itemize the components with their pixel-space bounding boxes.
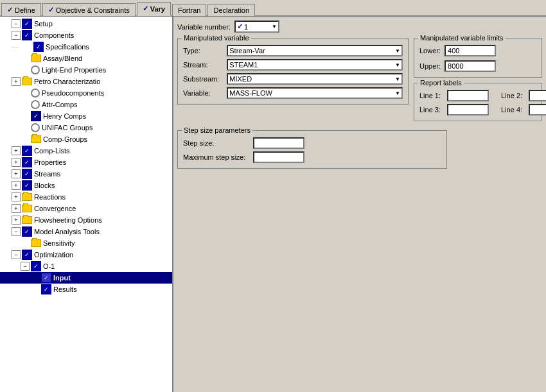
tree-item-optimization[interactable]: − ✓ Optimization — [0, 249, 172, 260]
limits-title: Manipulated variable limits — [418, 34, 506, 42]
tree-item-results[interactable]: ✓ Results — [0, 284, 172, 295]
icon-modelanalysis: ✓ — [22, 226, 32, 237]
tree-item-o1[interactable]: − ✓ O-1 — [0, 260, 172, 272]
tab-vary[interactable]: ✓ Vary — [137, 2, 171, 16]
icon-assay — [31, 55, 41, 62]
step-title: Step size parameters — [182, 126, 252, 134]
icon-results: ✓ — [41, 284, 51, 294]
tree-item-compgroups[interactable]: Comp-Groups — [0, 133, 172, 145]
tree-item-streams[interactable]: + ✓ Streams — [0, 168, 172, 180]
step-input[interactable] — [253, 137, 304, 149]
tab-fortran[interactable]: Fortran — [172, 4, 206, 16]
label-components: Components — [34, 31, 74, 39]
upper-input[interactable] — [445, 60, 496, 72]
tab-fortran-label: Fortran — [178, 6, 200, 14]
icon-properties: ✓ — [22, 157, 32, 167]
expand-reactions[interactable]: + — [12, 192, 21, 201]
tree-item-input[interactable]: ✓ Input — [0, 272, 172, 284]
mv-grid: Type: Stream-Var ▼ Stream: STEAM1 ▼ Subs… — [183, 45, 403, 99]
icon-complists: ✓ — [22, 146, 32, 156]
expand-streams[interactable]: + — [12, 169, 21, 178]
expand-properties[interactable]: + — [12, 158, 21, 167]
type-arrow: ▼ — [395, 48, 400, 54]
line1-input[interactable] — [447, 90, 489, 101]
label-attrcomps: Attr-Comps — [42, 101, 78, 108]
stream-dropdown[interactable]: STEAM1 ▼ — [227, 59, 403, 71]
tree-item-unifac[interactable]: UNIFAC Groups — [0, 122, 172, 133]
icon-convergence — [22, 205, 32, 212]
tree-item-sensitivity[interactable]: Sensitivity — [0, 237, 172, 249]
lower-label: Lower: — [419, 47, 441, 55]
main-content: − ✓ Setup − ✓ Components ···· ✓ Specific… — [0, 17, 546, 392]
type-dropdown[interactable]: Stream-Var ▼ — [227, 45, 403, 56]
label-unifac: UNIFAC Groups — [42, 124, 92, 132]
substream-dropdown[interactable]: MIXED ▼ — [227, 73, 403, 85]
expand-blocks[interactable]: + — [12, 181, 21, 190]
tree-item-complists[interactable]: + ✓ Comp-Lists — [0, 145, 172, 157]
label-convergence: Convergence — [34, 205, 76, 212]
line4-label: Line 4: — [501, 106, 522, 114]
line2-input[interactable] — [529, 90, 546, 101]
var-num-dropdown[interactable]: ✓ 1 ▼ — [234, 21, 279, 33]
tab-declaration-label: Declaration — [213, 6, 249, 14]
tree-item-convergence[interactable]: + Convergence — [0, 203, 172, 214]
tree-item-henry[interactable]: ✓ Henry Comps — [0, 110, 172, 122]
label-lightend: Light-End Properties — [42, 66, 106, 74]
tree-item-setup[interactable]: − ✓ Setup — [0, 18, 172, 30]
tree-item-assay[interactable]: Assay/Blend — [0, 53, 172, 64]
tree-item-specifications[interactable]: ···· ✓ Specifications — [0, 41, 172, 53]
tree-item-reactions[interactable]: + Reactions — [0, 191, 172, 203]
expand-petro[interactable]: + — [12, 77, 21, 86]
tree-item-pseudo[interactable]: Pseudocomponents — [0, 87, 172, 99]
label-pseudo: Pseudocomponents — [42, 89, 104, 97]
rl-title: Report labels — [418, 79, 464, 87]
lower-input[interactable] — [445, 45, 496, 56]
step-grid: Step size: Maximum step size: — [183, 137, 441, 163]
icon-optimization: ✓ — [22, 250, 32, 260]
expand-complists[interactable]: + — [12, 146, 21, 155]
variable-dropdown[interactable]: MASS-FLOW ▼ — [227, 87, 403, 99]
tree-item-modelanalysis[interactable]: − ✓ Model Analysis Tools — [0, 226, 172, 237]
tree-inner: − ✓ Setup − ✓ Components ···· ✓ Specific… — [0, 17, 172, 296]
tree-item-petro[interactable]: + Petro Characterizatio — [0, 76, 172, 87]
line4-input[interactable] — [529, 104, 546, 115]
tab-declaration[interactable]: Declaration — [207, 4, 255, 16]
type-label: Type: — [183, 47, 219, 55]
expand-o1[interactable]: − — [21, 262, 30, 271]
two-col-layout: Manipulated variable Type: Stream-Var ▼ … — [177, 38, 542, 126]
label-properties: Properties — [34, 158, 66, 166]
expand-modelanalysis[interactable]: − — [12, 227, 21, 236]
expand-flowsheeting[interactable]: + — [12, 216, 21, 225]
expand-components[interactable]: − — [12, 31, 21, 40]
upper-row: Upper: — [419, 60, 536, 72]
tab-define[interactable]: ✓ Define — [1, 3, 41, 16]
var-num-row: Variable number: ✓ 1 ▼ — [177, 21, 542, 33]
icon-setup: ✓ — [22, 19, 32, 29]
label-henry: Henry Comps — [43, 112, 86, 120]
tree-item-flowsheeting[interactable]: + Flowsheeting Options — [0, 214, 172, 226]
line3-input[interactable] — [447, 104, 489, 115]
label-o1: O-1 — [43, 262, 55, 270]
upper-label: Upper: — [419, 62, 441, 70]
tree-item-components[interactable]: − ✓ Components — [0, 30, 172, 41]
step-label: Step size: — [183, 139, 245, 147]
label-petro: Petro Characterizatio — [34, 78, 100, 85]
type-value: Stream-Var — [229, 47, 265, 55]
max-step-input[interactable] — [253, 151, 304, 163]
expand-setup[interactable]: − — [12, 19, 21, 28]
tree-item-blocks[interactable]: + ✓ Blocks — [0, 180, 172, 191]
label-specifications: Specifications — [46, 43, 89, 51]
tree-item-properties[interactable]: + ✓ Properties — [0, 157, 172, 168]
tab-objective[interactable]: ✓ Objective & Constraints — [42, 3, 136, 16]
icon-attrcomps — [31, 100, 40, 109]
substream-value: MIXED — [229, 75, 252, 83]
tree-item-attrcomps[interactable]: Attr-Comps — [0, 99, 172, 110]
define-check: ✓ — [7, 6, 13, 14]
variable-arrow: ▼ — [395, 90, 400, 96]
tree-item-lightend[interactable]: Light-End Properties — [0, 64, 172, 76]
icon-lightend — [31, 65, 40, 74]
tree-panel: − ✓ Setup − ✓ Components ···· ✓ Specific… — [0, 17, 173, 392]
expand-optimization[interactable]: − — [12, 250, 21, 259]
expand-convergence[interactable]: + — [12, 204, 21, 213]
variable-label: Variable: — [183, 89, 219, 97]
